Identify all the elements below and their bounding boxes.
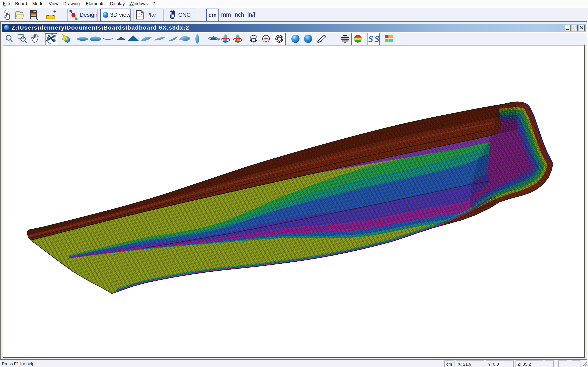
svg-text:0: 0: [52, 17, 53, 19]
svg-text:S: S: [374, 34, 379, 44]
svg-text:S: S: [368, 34, 373, 44]
svg-text:1: 1: [47, 17, 49, 19]
